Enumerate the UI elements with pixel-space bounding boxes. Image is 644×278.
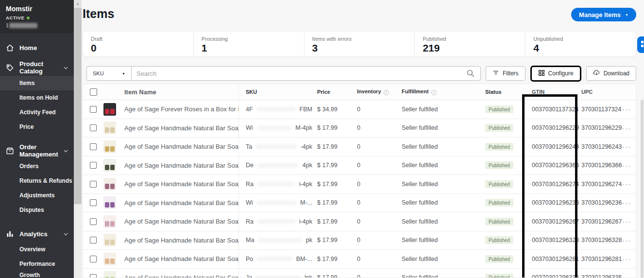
stat-items-with-errors[interactable]: Items with errors3	[304, 32, 415, 56]
sidebar-item-price[interactable]: Price	[0, 120, 74, 134]
row-checkbox[interactable]	[90, 124, 97, 131]
stat-published[interactable]: Published219	[414, 32, 525, 56]
item-name-link[interactable]: Age of Sage Handmade Natural Bar Soap Gi…	[122, 180, 238, 188]
configure-button[interactable]: Configure	[530, 66, 581, 82]
row-menu-button[interactable]: ···	[622, 199, 636, 207]
thumbnail-detail	[105, 165, 109, 170]
inventory-cell: 0	[350, 106, 393, 113]
sidebar-item-orders[interactable]: Orders	[0, 159, 74, 174]
item-name-link[interactable]: Age of Sage Handmade Natural Bar Soap Gi…	[122, 255, 238, 262]
price-cell: $ 17.99	[317, 162, 350, 169]
status-cell: Published	[477, 143, 524, 151]
select-caret-icon: ▼	[122, 72, 125, 75]
row-menu-button[interactable]: ···	[622, 161, 636, 170]
row-checkbox[interactable]	[90, 106, 97, 113]
sidebar-scrollbar[interactable]: ▲	[74, 0, 82, 278]
thumbnail-detail	[105, 146, 109, 152]
search-category-select[interactable]: SKU ▼	[86, 66, 131, 81]
inventory-cell: 0	[350, 162, 393, 169]
sidebar-item-product-catalog[interactable]: Product Catalog	[0, 59, 74, 76]
sidebar-item-growth-opportunities[interactable]: Growth Opportunities	[0, 271, 74, 278]
sidebar-item-adjustments[interactable]: Adjustments	[0, 188, 74, 203]
stat-unpublished[interactable]: Unpublished4	[525, 32, 636, 56]
row-checkbox[interactable]	[90, 199, 97, 206]
info-icon[interactable]: i	[384, 90, 389, 95]
thumb-cell	[103, 103, 122, 116]
sku-cell: PoBM-...	[246, 256, 312, 262]
table-row: Age of Sage Handmade Natural Bar Soap Gi…	[83, 175, 636, 194]
upc-cell: 370301296366	[574, 162, 622, 169]
table-row: Age of Sage Handmade Natural Bar Soap Gi…	[83, 119, 636, 138]
search-toolbar: SKU ▼ Filters Configure	[86, 66, 636, 81]
download-cloud-icon	[593, 69, 600, 78]
stat-draft[interactable]: Draft0	[83, 32, 193, 56]
fulfillment-cell: Seller fulfilled	[393, 143, 477, 150]
item-name-link[interactable]: Age of Sage Handmade Natural Bar Soap Gi…	[122, 218, 238, 225]
row-menu-button[interactable]: ···	[622, 255, 636, 263]
item-name-link[interactable]: Age of Sage Handmade Natural Bar Soap Gi…	[122, 143, 238, 150]
sku-end: i-4pk	[299, 181, 312, 188]
active-status-dot	[27, 17, 30, 19]
fulfillment-cell: Seller fulfilled	[393, 124, 477, 131]
seller-status: ACTIVE	[6, 15, 24, 20]
item-name-link[interactable]: Age of Sage Handmade Natural Bar Soap Gi…	[122, 124, 238, 132]
sidebar-item-analytics[interactable]: Analytics	[0, 226, 74, 242]
row-checkbox-cell	[83, 124, 103, 131]
status-cell: Published	[477, 161, 524, 169]
sidebar-item-items-on-hold[interactable]: Items on Hold	[0, 90, 74, 105]
row-menu-button[interactable]: ···	[622, 142, 636, 151]
sidebar-scrollbar-thumb[interactable]	[74, 8, 82, 204]
sidebar-item-items[interactable]: Items	[0, 76, 74, 90]
box-icon	[6, 147, 14, 155]
sku-end: M-...	[300, 199, 312, 206]
column-header-item-name: Item Name	[122, 88, 238, 96]
sidebar-item-home[interactable]: Home	[0, 39, 74, 56]
sidebar-item-overview[interactable]: Overview	[0, 242, 74, 257]
table-body: Age of Sage Forever Roses in a Box for M…	[83, 100, 636, 278]
row-menu-button[interactable]: ···	[622, 124, 636, 132]
filters-button[interactable]: Filters	[486, 66, 525, 81]
stat-value: 219	[423, 42, 525, 54]
row-menu-button[interactable]: ···	[622, 105, 636, 113]
search-input[interactable]	[131, 66, 481, 81]
info-icon[interactable]: i	[431, 90, 437, 95]
sidebar-item-performance[interactable]: Performance	[0, 257, 74, 271]
row-menu-button[interactable]: ···	[622, 274, 636, 278]
select-all-checkbox[interactable]	[90, 88, 97, 96]
gtin-cell: 00370301296274	[524, 181, 574, 188]
download-button[interactable]: Download	[586, 66, 636, 81]
row-checkbox[interactable]	[90, 181, 97, 188]
sku-cell: Jalpk	[246, 274, 312, 278]
row-menu-button[interactable]: ···	[622, 236, 636, 244]
stat-processing[interactable]: Processing1	[193, 32, 304, 56]
stat-value: 4	[533, 42, 636, 54]
row-checkbox[interactable]	[90, 143, 97, 150]
row-checkbox[interactable]	[90, 237, 97, 243]
table-row: Age of Sage Handmade Natural Bar Soap Gi…	[83, 212, 636, 231]
product-thumbnail	[103, 234, 116, 246]
fulfillment-cell: Seller fulfilled	[393, 162, 477, 169]
sidebar-item-disputes[interactable]: Disputes	[0, 203, 74, 217]
upc-cell: 370301296335	[574, 274, 622, 278]
row-menu-button[interactable]: ···	[622, 217, 636, 226]
scrollbar-up-arrow-icon[interactable]: ▲	[74, 0, 82, 7]
table-scrollbar-thumb[interactable]	[641, 100, 644, 278]
item-name-link[interactable]: Age of Sage Handmade Natural Bar Soap Gi…	[122, 274, 238, 278]
sidebar-item-returns-refunds[interactable]: Returns & Refunds	[0, 174, 74, 188]
item-name-link[interactable]: Age of Sage Handmade Natural Bar Soap Gi…	[122, 237, 238, 244]
sidebar-item-activity-feed[interactable]: Activity Feed	[0, 105, 74, 120]
row-checkbox[interactable]	[90, 256, 97, 262]
item-name-link[interactable]: Age of Sage Handmade Natural Bar Soap Gi…	[122, 162, 238, 169]
price-cell: $ 17.99	[317, 256, 350, 262]
home-icon	[6, 44, 14, 52]
item-name-link[interactable]: Age of Sage Forever Roses in a Box for M…	[122, 105, 238, 113]
item-name-link[interactable]: Age of Sage Handmade Natural Bar Soap Gi…	[122, 199, 238, 207]
inventory-cell: 0	[350, 143, 393, 150]
row-checkbox[interactable]	[90, 218, 97, 225]
manage-items-button[interactable]: Manage Items ▼	[571, 8, 636, 21]
sidebar-item-order-management[interactable]: Order Management	[0, 142, 74, 159]
row-menu-button[interactable]: ···	[622, 180, 636, 188]
row-checkbox[interactable]	[90, 162, 97, 169]
row-checkbox[interactable]	[90, 274, 97, 278]
feedback-panel-button[interactable]	[637, 36, 644, 53]
